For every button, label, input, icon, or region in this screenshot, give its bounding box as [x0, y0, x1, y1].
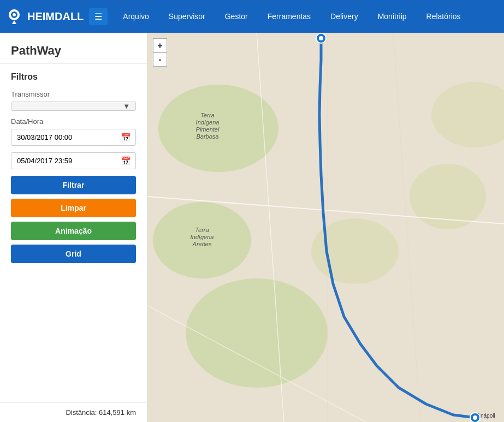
svg-text:Indígena: Indígena — [191, 234, 214, 240]
zoom-out-button[interactable]: - — [153, 52, 167, 67]
map-area: Terra Indígena Pimentel Barbosa Terra In… — [147, 33, 504, 422]
svg-text:Areões: Areões — [192, 241, 212, 247]
transmitter-value — [11, 103, 117, 110]
brand-icon — [5, 8, 23, 25]
calendar-icon-end[interactable]: 📅 — [116, 156, 135, 166]
nav-item-monitriip[interactable]: Monitriip — [368, 0, 417, 33]
grid-button[interactable]: Grid — [11, 245, 136, 263]
svg-text:Barbosa: Barbosa — [197, 133, 219, 140]
filter-button[interactable]: Filtrar — [11, 176, 136, 194]
brand: HEIMDALL — [5, 8, 84, 25]
date-start-group: 📅 — [11, 129, 136, 146]
filters-section: Filtros Transmissor ▼ Data/Hora 📅 📅 Filt… — [0, 64, 147, 276]
dropdown-arrow-icon: ▼ — [117, 102, 135, 110]
svg-point-2 — [13, 13, 16, 16]
nav-item-gestor[interactable]: Gestor — [215, 0, 258, 33]
svg-text:Terra: Terra — [200, 112, 214, 118]
date-end-input[interactable] — [11, 153, 116, 169]
nav-menu: Arquivo Supervisor Gestor Ferramentas De… — [113, 0, 499, 33]
transmitter-label: Transmissor — [11, 90, 136, 98]
brand-name: HEIMDALL — [27, 10, 84, 23]
svg-point-27 — [473, 415, 477, 420]
nav-item-supervisor[interactable]: Supervisor — [159, 0, 215, 33]
date-end-group: 📅 — [11, 152, 136, 169]
sidebar: PathWay Filtros Transmissor ▼ Data/Hora … — [0, 33, 147, 422]
svg-marker-3 — [12, 20, 16, 24]
map-zoom-controls: + - — [153, 38, 167, 67]
main-layout: PathWay Filtros Transmissor ▼ Data/Hora … — [0, 33, 504, 422]
date-label: Data/Hora — [11, 117, 136, 126]
nav-item-delivery[interactable]: Delivery — [321, 0, 368, 33]
animation-button[interactable]: Animação — [11, 222, 136, 240]
svg-text:Terra: Terra — [195, 227, 209, 233]
filters-label: Filtros — [11, 72, 136, 82]
map-svg: Terra Indígena Pimentel Barbosa Terra In… — [147, 33, 504, 422]
transmitter-select[interactable]: ▼ — [11, 102, 136, 111]
sidebar-toggle[interactable]: ☰ — [89, 8, 108, 25]
distance-display: Distância: 614,591 km — [0, 402, 147, 422]
date-start-input[interactable] — [11, 129, 116, 145]
svg-point-25 — [319, 36, 323, 40]
svg-text:Pimentel: Pimentel — [196, 126, 220, 133]
nav-item-arquivo[interactable]: Arquivo — [113, 0, 158, 33]
nav-item-ferramentas[interactable]: Ferramentas — [258, 0, 321, 33]
nav-item-relatorios[interactable]: Relatórios — [417, 0, 471, 33]
navbar: HEIMDALL ☰ Arquivo Supervisor Gestor Fer… — [0, 0, 504, 33]
svg-text:Indígena: Indígena — [196, 119, 220, 126]
svg-point-6 — [153, 202, 251, 278]
zoom-in-button[interactable]: + — [153, 38, 167, 52]
calendar-icon[interactable]: 📅 — [116, 133, 135, 142]
svg-point-7 — [186, 278, 328, 388]
page-title: PathWay — [0, 33, 147, 64]
clear-button[interactable]: Limpar — [11, 199, 136, 217]
